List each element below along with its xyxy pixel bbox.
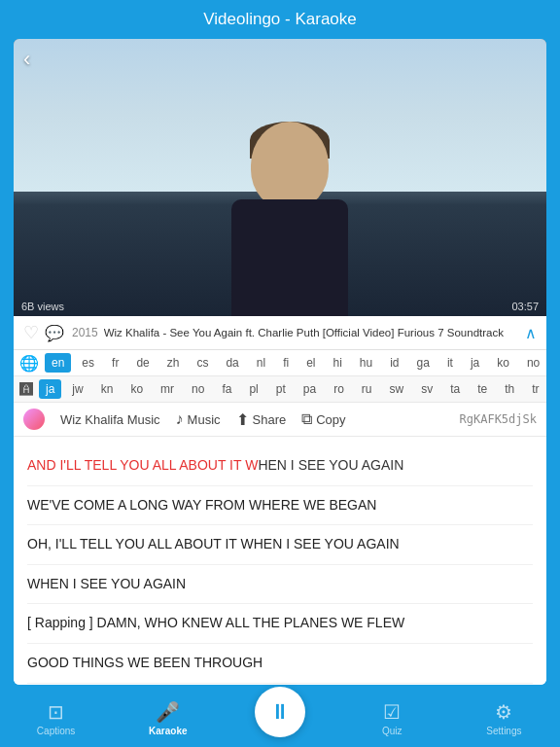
- share-button[interactable]: ⬆ Share: [236, 410, 287, 429]
- sub-lang-ja[interactable]: ja: [39, 379, 61, 399]
- song-title: Wiz Khalifa - See You Again ft. Charlie …: [104, 327, 525, 338]
- lyric-line[interactable]: AND I'LL TELL YOU ALL ABOUT IT WHEN I SE…: [27, 446, 533, 486]
- app-title: Videolingo - Karaoke: [203, 10, 357, 29]
- play-pause-button[interactable]: ⏸: [255, 687, 305, 737]
- sub-lang-mr[interactable]: mr: [154, 379, 181, 399]
- music-icon: ♪: [176, 410, 184, 428]
- copy-icon: ⧉: [301, 410, 312, 428]
- lang-tab-nl[interactable]: nl: [250, 353, 272, 373]
- lyric-text: GOOD THINGS WE BEEN THROUGH: [27, 655, 262, 670]
- sub-lang-ru[interactable]: ru: [355, 379, 379, 399]
- lang-tab-fr[interactable]: fr: [105, 353, 125, 373]
- sub-lang-kn[interactable]: kn: [94, 379, 121, 399]
- song-info-bar: ♡ 💬 2015 Wiz Khalifa - See You Again ft.…: [14, 316, 546, 350]
- lyric-text: WE'VE COME A LONG WAY FROM WHERE WE BEGA…: [27, 497, 376, 513]
- lang-tab-zh[interactable]: zh: [160, 353, 187, 373]
- lang-tab-fi[interactable]: fi: [276, 353, 296, 373]
- artist-button[interactable]: Wiz Khalifa Music: [60, 412, 160, 427]
- sub-lang-ro[interactable]: ro: [327, 379, 351, 399]
- sub-lang-pl[interactable]: pl: [242, 379, 264, 399]
- lang-tab-hu[interactable]: hu: [353, 353, 379, 373]
- lang-tab-ga[interactable]: ga: [410, 353, 437, 373]
- tab-settings[interactable]: ⚙ Settings: [448, 700, 560, 736]
- sub-lang-no[interactable]: no: [185, 379, 211, 399]
- lyric-line[interactable]: [ Rapping ] DAMN, WHO KNEW ALL THE PLANE…: [27, 604, 533, 644]
- karaoke-label: Karaoke: [149, 726, 187, 736]
- share-icon: ⬆: [236, 410, 249, 429]
- captions-label: Captions: [37, 726, 75, 736]
- lang-tab-it[interactable]: it: [440, 353, 460, 373]
- lyric-line[interactable]: OH, I'LL TELL YOU ALL ABOUT IT WHEN I SE…: [27, 525, 533, 565]
- language-tabs: 🌐 en es fr de zh cs da nl fi el hi hu id…: [14, 350, 546, 376]
- video-area: ‹ 6B views 03:57: [14, 39, 546, 316]
- title-bar: Videolingo - Karaoke: [0, 0, 560, 39]
- sub-lang-jw[interactable]: jw: [65, 379, 89, 399]
- tab-quiz[interactable]: ☑ Quiz: [336, 700, 448, 736]
- share-label: Share: [253, 412, 287, 427]
- sub-lang-th[interactable]: th: [498, 379, 521, 399]
- lyric-line[interactable]: THAT I'D BE STANDING RIGHT HERE: [27, 684, 533, 685]
- lyric-line[interactable]: WE'VE COME A LONG WAY FROM WHERE WE BEGA…: [27, 486, 533, 526]
- lyric-normal: HEN I SEE YOU AGAIN: [258, 457, 403, 473]
- artist-name: Wiz Khalifa Music: [60, 412, 160, 427]
- lang-tab-es[interactable]: es: [75, 353, 101, 373]
- artist-avatar: [23, 409, 45, 430]
- person-figure: [192, 122, 387, 316]
- sub-lang-fa[interactable]: fa: [215, 379, 238, 399]
- music-button[interactable]: ♪ Music: [176, 410, 221, 428]
- lyric-text: WHEN I SEE YOU AGAIN: [27, 576, 186, 591]
- globe-icon: 🌐: [19, 354, 39, 373]
- lyric-text: OH, I'LL TELL YOU ALL ABOUT IT WHEN I SE…: [27, 536, 400, 551]
- lang-tab-hi[interactable]: hi: [326, 353, 348, 373]
- sub-lang-tr[interactable]: tr: [525, 379, 545, 399]
- lyrics-container: AND I'LL TELL YOU ALL ABOUT IT WHEN I SE…: [14, 437, 546, 685]
- main-container: ‹ 6B views 03:57 ♡ 💬 2015 Wiz Khalifa - …: [14, 39, 546, 685]
- quiz-icon: ☑: [383, 700, 401, 724]
- pause-icon: ⏸: [269, 699, 291, 725]
- sub-lang-sw[interactable]: sw: [383, 379, 411, 399]
- year-tag: 2015: [72, 326, 98, 339]
- video-thumbnail: [14, 39, 546, 316]
- lyric-line[interactable]: GOOD THINGS WE BEEN THROUGH: [27, 644, 533, 684]
- tab-bar: ⊡ Captions 🎤 Karaoke ⏸ ☑ Quiz ⚙ Settings: [0, 689, 560, 747]
- lang-tab-id[interactable]: id: [383, 353, 405, 373]
- sub-lang-pt[interactable]: pt: [269, 379, 293, 399]
- chevron-up-icon[interactable]: ∧: [525, 324, 537, 342]
- settings-label: Settings: [486, 726, 521, 736]
- lang-tab-ja[interactable]: ja: [464, 353, 486, 373]
- sub-lang-ta[interactable]: ta: [443, 379, 467, 399]
- music-label: Music: [188, 412, 221, 427]
- duration: 03:57: [511, 301, 539, 312]
- copy-label: Copy: [316, 412, 345, 427]
- view-count: 6B views: [21, 301, 64, 312]
- lang-tab-da[interactable]: da: [219, 353, 245, 373]
- lang-tab-de[interactable]: de: [129, 353, 156, 373]
- copy-code: RgKAFK5djSk: [460, 412, 537, 426]
- lang-tab-en[interactable]: en: [45, 353, 71, 373]
- lang-tab-el[interactable]: el: [299, 353, 322, 373]
- lang-tab-ko[interactable]: ko: [490, 353, 516, 373]
- lang-tab-no[interactable]: no: [520, 353, 546, 373]
- tab-captions[interactable]: ⊡ Captions: [0, 700, 112, 736]
- heart-icon[interactable]: ♡: [23, 322, 39, 343]
- sub-lang-te[interactable]: te: [471, 379, 494, 399]
- action-bar: Wiz Khalifa Music ♪ Music ⬆ Share ⧉ Copy…: [14, 403, 546, 437]
- tab-karaoke[interactable]: 🎤 Karaoke: [112, 700, 224, 736]
- sub-lang-ko[interactable]: ko: [123, 379, 150, 399]
- quiz-label: Quiz: [382, 726, 402, 736]
- lang-tab-cs[interactable]: cs: [190, 353, 215, 373]
- copy-button[interactable]: ⧉ Copy: [301, 410, 345, 428]
- captions-icon: ⊡: [48, 700, 64, 724]
- video-meta: 6B views 03:57: [21, 301, 539, 312]
- sub-lang-pa[interactable]: pa: [297, 379, 323, 399]
- lyric-line[interactable]: WHEN I SEE YOU AGAIN: [27, 565, 533, 605]
- tab-play[interactable]: ⏸: [224, 698, 335, 737]
- lyric-highlight: AND I'LL TELL YOU ALL ABOUT IT W: [27, 457, 258, 473]
- lyric-text: [ Rapping ] DAMN, WHO KNEW ALL THE PLANE…: [27, 615, 404, 630]
- comment-icon[interactable]: 💬: [45, 324, 64, 342]
- back-button[interactable]: ‹: [23, 47, 30, 72]
- subtitle-lang-tabs: 🅰 ja jw kn ko mr no fa pl pt pa ro ru sw…: [14, 376, 546, 403]
- subtitle-icon: 🅰: [19, 381, 33, 397]
- settings-icon: ⚙: [495, 700, 512, 724]
- sub-lang-sv[interactable]: sv: [414, 379, 439, 399]
